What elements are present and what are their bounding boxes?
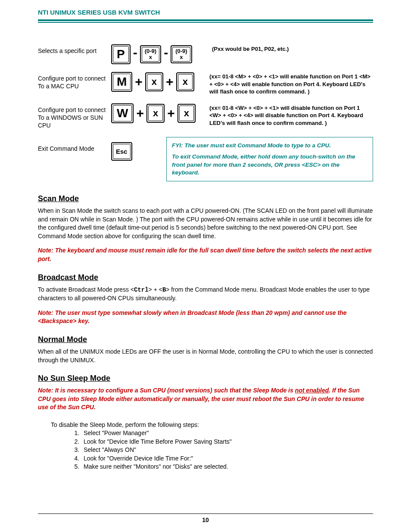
heading-sleep: No Sun Sleep Mode: [38, 374, 373, 383]
key-x: x: [146, 104, 165, 123]
plus-icon: +: [166, 75, 174, 88]
fyi-line-2: To exit Command Mode, either hold down a…: [172, 153, 367, 177]
plus-icon: +: [135, 75, 143, 88]
page: NTI UNIMUX SERIES USB KVM SWITCH Selects…: [0, 0, 411, 532]
heading-normal: Normal Mode: [38, 335, 373, 344]
sleep-steps: Select "Power Manager" Look for "Device …: [81, 429, 373, 471]
step-4: Look for "Override Device Idle Time For:…: [81, 454, 373, 463]
label-mac: Configure port to connect To a MAC CPU: [38, 72, 111, 90]
dash-icon: -: [164, 46, 168, 59]
row-select-port: Selects a specific port P - (0-9)x - (0-…: [38, 44, 373, 64]
heading-broadcast: Broadcast Mode: [38, 273, 373, 282]
fyi-line-1: FYI: The user must exit Command Mode to …: [172, 142, 367, 149]
normal-body: When all of the UNIMUX mode LEDs are OFF…: [38, 348, 373, 364]
fyi-box: FYI: The user must exit Command Mode to …: [166, 137, 373, 181]
plus-icon: +: [167, 107, 175, 120]
page-number: 10: [38, 513, 373, 523]
key-digit-2: (0-9)x: [171, 45, 192, 64]
step-5: Make sure neither "Monitors" nor "Disks"…: [81, 463, 373, 471]
dash-icon: -: [133, 46, 137, 59]
key-x: x: [176, 72, 194, 91]
key-esc: Esc: [111, 142, 132, 161]
key-x: x: [177, 104, 196, 123]
header-title: NTI UNIMUX SERIES USB KVM SWITCH: [38, 9, 373, 16]
row-mac: Configure port to connect To a MAC CPU M…: [38, 72, 373, 96]
scan-note: Note: The keyboard and mouse must remain…: [38, 246, 373, 263]
key-x: x: [145, 72, 163, 91]
keys-exit: Esc: [111, 137, 134, 161]
desc-mac: (xx= 01-8 <M> + <0> + <1> will enable fu…: [209, 72, 373, 96]
label-exit: Exit Command Mode: [38, 137, 111, 152]
key-p: P: [111, 44, 131, 64]
label-select-port: Selects a specific port: [38, 44, 111, 55]
broadcast-note: Note: The user must type somewhat slowly…: [38, 309, 373, 326]
command-table: Selects a specific port P - (0-9)x - (0-…: [38, 44, 373, 181]
row-exit: Exit Command Mode Esc FYI: The user must…: [38, 137, 373, 181]
sleep-note: Note: It is necessary to configure a Sun…: [38, 386, 373, 412]
label-win: Configure port to connect To a WINDOWS o…: [38, 103, 111, 130]
heading-scan: Scan Mode: [38, 194, 373, 203]
row-win: Configure port to connect To a WINDOWS o…: [38, 103, 373, 130]
step-1: Select "Power Manager": [81, 429, 373, 438]
key-w: W: [111, 103, 134, 123]
header-rule: [38, 19, 373, 23]
key-digit-1: (0-9)x: [140, 45, 161, 64]
plus-icon: +: [136, 107, 144, 120]
broadcast-body: To activate Broadcast Mode press <Ctrl> …: [38, 286, 373, 303]
desc-win: (xx= 01-8 <W> + <0> + <1> will disable f…: [209, 103, 373, 127]
keys-mac: M + x + x: [111, 72, 203, 92]
desc-select-port: (Pxx would be P01, P02, etc.): [212, 44, 289, 53]
key-m: M: [111, 72, 132, 92]
sleep-steps-intro: To disable the Sleep Mode, perform the f…: [51, 421, 373, 428]
keys-select-port: P - (0-9)x - (0-9)x: [111, 44, 206, 64]
scan-body: When in Scan Mode the switch scans to ea…: [38, 207, 373, 240]
step-3: Select "Always ON": [81, 446, 373, 454]
step-2: Look for "Device Idle Time Before Power …: [81, 438, 373, 446]
keys-win: W + x + x: [111, 103, 203, 123]
